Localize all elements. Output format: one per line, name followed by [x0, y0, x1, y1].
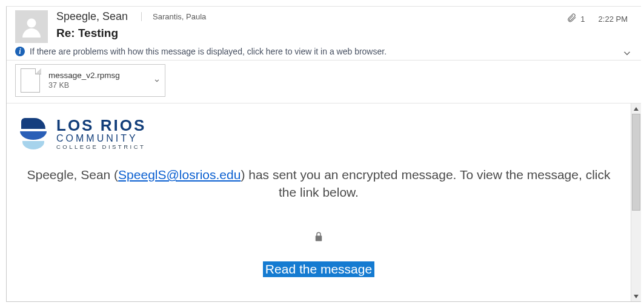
logo-text: LOS RIOS COMMUNITY COLLEGE DISTRICT	[56, 117, 146, 151]
sender-name: Speegle, Sean	[56, 10, 128, 23]
read-message-link[interactable]: Read the message	[263, 261, 374, 277]
org-logo: LOS RIOS COMMUNITY COLLEGE DISTRICT	[19, 116, 619, 152]
file-icon	[21, 68, 41, 93]
logo-line3: COLLEGE DISTRICT	[56, 143, 146, 150]
infobar-text: If there are problems with how this mess…	[30, 47, 387, 56]
attachment-count-text: 1	[580, 15, 585, 24]
vertical-scrollbar[interactable]	[631, 103, 641, 301]
scroll-track[interactable]	[631, 114, 641, 291]
lock-icon	[313, 231, 324, 244]
subject-line: Re: Testing	[56, 27, 632, 40]
svg-marker-2	[634, 295, 639, 298]
svg-marker-1	[634, 107, 639, 111]
attachment-chip[interactable]: message_v2.rpmsg 37 KB	[15, 64, 165, 97]
person-icon	[21, 16, 42, 38]
reading-pane: Speegle, Sean Sarantis, Paula Re: Testin…	[6, 6, 641, 302]
logo-mark	[19, 116, 48, 152]
msg-prefix: Speegle, Sean (	[27, 168, 119, 182]
attachment-size: 37 KB	[48, 81, 120, 91]
view-in-browser-bar[interactable]: i If there are problems with how this me…	[7, 44, 641, 61]
attachment-text: message_v2.rpmsg 37 KB	[48, 71, 120, 91]
attachment-name: message_v2.rpmsg	[48, 71, 120, 81]
message-body-wrapper: LOS RIOS COMMUNITY COLLEGE DISTRICT Spee…	[7, 103, 641, 301]
received-time: 2:22 PM	[599, 15, 628, 24]
svg-point-0	[27, 19, 36, 28]
scroll-thumb[interactable]	[632, 114, 640, 211]
chevron-down-icon	[153, 76, 161, 85]
triangle-up-icon	[633, 106, 639, 112]
sender-avatar	[15, 10, 48, 43]
header-meta: 1 2:22 PM	[566, 13, 628, 25]
logo-line2: COMMUNITY	[56, 133, 146, 144]
message-body: LOS RIOS COMMUNITY COLLEGE DISTRICT Spee…	[7, 103, 631, 301]
chevron-down-icon	[622, 48, 632, 59]
scroll-up-button[interactable]	[631, 103, 641, 114]
recipient-name: Sarantis, Paula	[141, 12, 206, 21]
info-icon: i	[15, 47, 25, 56]
message-header: Speegle, Sean Sarantis, Paula Re: Testin…	[7, 7, 641, 44]
scroll-down-button[interactable]	[631, 291, 641, 301]
header-texts: Speegle, Sean Sarantis, Paula Re: Testin…	[56, 10, 632, 40]
expand-header-button[interactable]	[622, 48, 632, 59]
attachment-area: message_v2.rpmsg 37 KB	[7, 61, 641, 103]
msg-suffix: ) has sent you an encrypted message. To …	[241, 168, 610, 199]
encrypted-message-text: Speegle, Sean (SpeeglS@losrios.edu) has …	[19, 166, 619, 202]
sender-email-link[interactable]: SpeeglS@losrios.edu	[118, 168, 241, 182]
lock-row	[19, 231, 619, 244]
attachment-dropdown-button[interactable]	[153, 76, 161, 85]
triangle-down-icon	[633, 293, 639, 300]
paperclip-icon	[566, 13, 577, 25]
logo-line1: LOS RIOS	[56, 117, 146, 133]
attachment-indicator: 1	[566, 13, 585, 25]
